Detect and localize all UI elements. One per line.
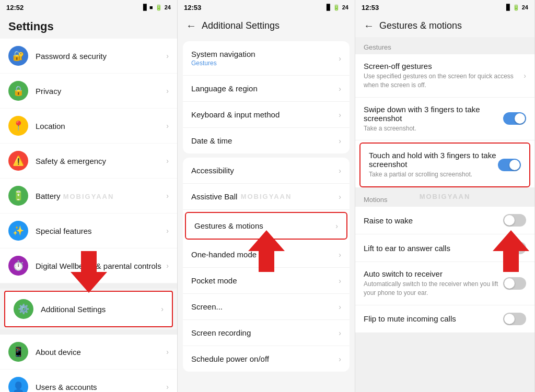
toggle-swipe-3fingers[interactable]: [503, 112, 526, 125]
item-text-additional: Additional Settings: [41, 305, 161, 314]
additional-item-sys-nav[interactable]: System navigationGestures›: [183, 41, 350, 76]
chevron-icon-password: ›: [166, 52, 169, 60]
settings-item-about[interactable]: 📱About device›: [0, 335, 177, 369]
item-icon-safety: ⚠️: [8, 151, 28, 171]
additional-item-accessibility[interactable]: Accessibility›: [183, 158, 350, 184]
toggle-knob-motion-auto-switch: [504, 278, 515, 289]
motion-title-flip-mute: Flip to mute incoming calls: [364, 314, 503, 323]
chevron-icon-digital: ›: [166, 262, 169, 270]
additional-item-assistive[interactable]: Assistive Ball›: [183, 184, 350, 210]
chevron-icon-additional-onehand: ›: [339, 251, 341, 259]
panel-additional-settings: 12:53 ▊ 🔋 24 ← Additional Settings Syste…: [178, 0, 355, 392]
item-text-special: Special features: [36, 227, 166, 235]
item-text-privacy: Privacy: [36, 87, 166, 96]
additional-item-gestures[interactable]: Gestures & motions›: [185, 212, 347, 240]
settings-list: 🔐Password & security›🔒Privacy›📍Location›…: [0, 39, 177, 392]
additional-title-keyboard: Keyboard & input method: [191, 110, 339, 119]
battery-icon-3: 🔋: [513, 4, 520, 11]
back-button-3[interactable]: ← Gestures & motions: [364, 20, 526, 32]
additional-item-schedule[interactable]: Schedule power on/off›: [183, 346, 350, 372]
item-text-users: Users & accounts: [36, 383, 166, 391]
additional-item-datetime[interactable]: Date & time›: [183, 128, 350, 153]
gesture-item-touch-3fingers[interactable]: Touch and hold with 3 fingers to take sc…: [359, 142, 530, 187]
additional-item-onehand[interactable]: One-handed mode›: [183, 242, 350, 268]
time-3: 12:53: [362, 4, 379, 11]
additional-item-screen2[interactable]: Screen recording›: [183, 320, 350, 346]
additional-item-keyboard[interactable]: Keyboard & input method›: [183, 102, 350, 128]
motion-item-auto-switch[interactable]: Auto switch to receiverAutomatically swi…: [355, 262, 534, 305]
settings-item-digital[interactable]: ⏱️Digital Wellbeing & parental controls›: [0, 248, 177, 283]
chevron-icon-additional-assistive: ›: [339, 193, 341, 201]
motion-item-flip-mute[interactable]: Flip to mute incoming calls: [355, 305, 534, 333]
settings-item-safety[interactable]: ⚠️Safety & emergency›: [0, 144, 177, 178]
back-arrow-icon-2: ←: [186, 20, 196, 32]
item-text-location: Location: [36, 122, 166, 130]
motions-card: Raise to wakeLift to ear to answer calls…: [355, 207, 534, 333]
motion-item-lift-ear[interactable]: Lift to ear to answer calls: [355, 234, 534, 262]
settings-item-additional[interactable]: ⚙️Additional Settings›: [4, 291, 173, 327]
item-title-users: Users & accounts: [36, 383, 166, 391]
item-title-battery: Battery: [36, 192, 166, 200]
signal-icon-2: ▊: [327, 4, 331, 11]
additional-item-lang[interactable]: Language & region›: [183, 76, 350, 102]
gesture-item-swipe-3fingers[interactable]: Swipe down with 3 fingers to take screen…: [355, 98, 534, 141]
toggle-touch-3fingers[interactable]: [498, 159, 521, 171]
panel-settings: 12:52 ▊ ■ 🔋 24 Settings 🔐Password & secu…: [0, 0, 178, 392]
motion-item-raise-wake[interactable]: Raise to wake: [355, 207, 534, 234]
motion-title-auto-switch: Auto switch to receiver: [364, 269, 503, 278]
toggle-knob-motion-flip-mute: [504, 314, 515, 324]
item-title-location: Location: [36, 122, 166, 130]
item-icon-about: 📱: [8, 342, 28, 362]
settings-item-users[interactable]: 👤Users & accounts›: [0, 370, 177, 392]
additional-title-lang: Language & region: [191, 84, 339, 93]
status-bar-2: 12:53 ▊ 🔋 24: [178, 0, 355, 15]
additional-item-screen1[interactable]: Screen...›: [183, 294, 350, 320]
toggle-motion-raise-wake[interactable]: [503, 214, 526, 227]
toggle-motion-flip-mute[interactable]: [503, 313, 526, 325]
gesture-title-screen-off: Screen-off gestures: [364, 62, 524, 70]
item-title-privacy: Privacy: [36, 87, 166, 96]
item-text-battery: Battery: [36, 192, 166, 200]
toggle-knob-touch-3fingers: [509, 160, 520, 170]
battery-pct-3: 24: [522, 4, 528, 10]
item-icon-location: 📍: [8, 116, 28, 136]
signal-icon-3: ▊: [506, 4, 510, 11]
settings-item-privacy[interactable]: 🔒Privacy›: [0, 74, 177, 108]
toggle-motion-lift-ear[interactable]: [503, 242, 526, 254]
item-title-password: Password & security: [36, 52, 166, 61]
gestures-card: Screen-off gesturesUse specified gesture…: [355, 54, 534, 187]
time-1: 12:52: [6, 4, 24, 11]
item-icon-privacy: 🔒: [8, 81, 28, 101]
additional-settings-header: ← Additional Settings: [178, 15, 355, 37]
chevron-icon-additional-keyboard: ›: [339, 111, 341, 119]
item-title-digital: Digital Wellbeing & parental controls: [36, 262, 166, 270]
toggle-motion-auto-switch[interactable]: [503, 277, 526, 290]
additional-item-pocket[interactable]: Pocket mode›: [183, 268, 350, 294]
chevron-icon-safety: ›: [166, 157, 169, 165]
additional-title-datetime: Date & time: [191, 136, 339, 145]
settings-item-special[interactable]: ✨Special features›: [0, 213, 177, 248]
chevron-icon-additional-gestures: ›: [335, 222, 338, 230]
additional-title-onehand: One-handed mode: [191, 250, 339, 259]
item-icon-additional: ⚙️: [14, 299, 33, 319]
chevron-icon-additional: ›: [161, 305, 164, 313]
chevron-icon-additional-lang: ›: [339, 85, 341, 93]
settings-item-battery[interactable]: 🔋Battery›: [0, 179, 177, 213]
battery-icon-2: 🔋: [333, 4, 340, 11]
gesture-title-swipe-3fingers: Swipe down with 3 fingers to take screen…: [364, 105, 503, 123]
chevron-gesture-screen-off: ›: [524, 72, 526, 80]
battery-pct-1: 24: [165, 4, 171, 10]
chevron-icon-privacy: ›: [166, 87, 169, 95]
additional-title-assistive: Assistive Ball: [191, 192, 339, 201]
settings-item-password[interactable]: 🔐Password & security›: [0, 39, 177, 73]
signal-icon: ▊: [143, 4, 147, 11]
back-button-2[interactable]: ← Additional Settings: [186, 20, 346, 32]
settings-item-location[interactable]: 📍Location›: [0, 109, 177, 143]
gesture-desc-swipe-3fingers: Take a screenshot.: [364, 124, 503, 133]
gesture-item-screen-off[interactable]: Screen-off gesturesUse specified gesture…: [355, 54, 534, 98]
gesture-desc-touch-3fingers: Take a partial or scrolling screenshot.: [369, 170, 498, 179]
motion-title-raise-wake: Raise to wake: [364, 216, 503, 225]
wifi-icon: ■: [149, 4, 153, 10]
item-title-safety: Safety & emergency: [36, 157, 166, 165]
settings-header: Settings: [0, 15, 177, 39]
